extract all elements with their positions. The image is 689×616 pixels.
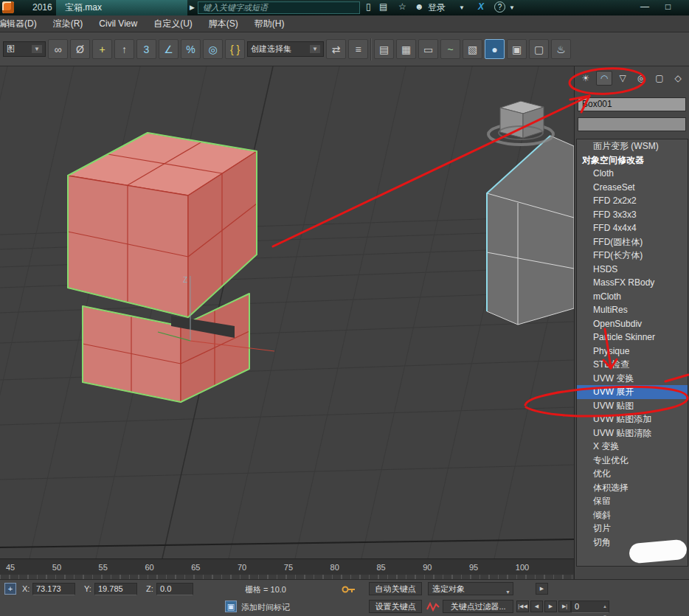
viewport[interactable]: Z (0, 66, 574, 558)
modifier-list-item-28[interactable]: 倾斜 (577, 508, 688, 522)
select-and-link-icon[interactable]: ∞ (48, 39, 68, 59)
time-tag-icon[interactable]: ▣ (225, 601, 237, 612)
menu-item-5[interactable]: 脚本(S) (201, 15, 246, 32)
chest-top-box[interactable] (68, 133, 257, 317)
modifier-list-item-5[interactable]: FFD 2x2x2 (577, 194, 688, 208)
modifier-list-item-13[interactable]: MultiRes (577, 303, 688, 317)
material-editor-icon[interactable]: ● (485, 39, 505, 59)
ribbon-toggle-icon[interactable]: ▭ (418, 39, 438, 59)
modifier-list-item-25[interactable]: 优化 (577, 467, 688, 481)
go-to-start-button[interactable]: |◀◀ (516, 601, 529, 612)
viewport-layout-combo[interactable]: 图▼ (3, 41, 46, 57)
snap-toggle-3d-icon[interactable]: 3 (136, 39, 156, 59)
previous-frame-button[interactable]: ◀ (530, 601, 543, 612)
login-chevron-icon[interactable]: ▼ (459, 4, 465, 11)
modifier-list-item-24[interactable]: 专业优化 (577, 454, 688, 468)
x-coordinate-field[interactable]: 73.173 (32, 583, 75, 595)
modifier-list-item-3[interactable]: Cloth (577, 167, 688, 181)
display-tab-icon[interactable]: ▢ (651, 71, 668, 86)
utilities-tab-icon[interactable]: ◇ (670, 71, 686, 86)
modifier-list-item-2[interactable]: 对象空间修改器 (577, 153, 688, 167)
menu-item-2[interactable]: 渲染(R) (45, 15, 91, 32)
modifier-list-item-27[interactable]: 保留 (577, 494, 688, 508)
modifier-list-item-14[interactable]: OpenSubdiv (577, 317, 688, 331)
modifier-list-item-22[interactable]: UVW 贴图清除 (577, 426, 688, 440)
app-logo-icon[interactable] (2, 1, 14, 13)
named-selection-set-combo[interactable]: 创建选择集▼ (247, 41, 324, 57)
set-key-button[interactable]: 设置关键点 (369, 600, 422, 613)
modifier-list-item-9[interactable]: FFD(长方体) (577, 249, 688, 263)
render-production-icon[interactable]: ♨ (551, 39, 571, 59)
modifier-list-item-19[interactable]: UVW 展开 (577, 385, 688, 399)
schematic-view-icon[interactable]: ▧ (463, 39, 482, 59)
communication-icon[interactable]: ▤ (379, 1, 387, 12)
modifier-list-item-20[interactable]: UVW 贴图 (577, 399, 688, 413)
modifier-list-item-1[interactable]: 面片变形 (WSM) (577, 139, 688, 153)
workspace-icon[interactable]: ▯ (366, 1, 371, 12)
modifier-list-item-15[interactable]: Particle Skinner (577, 331, 688, 345)
exchange-x-icon[interactable]: X (478, 1, 484, 12)
favorites-star-icon[interactable]: ☆ (398, 1, 406, 12)
modifier-list-item-12[interactable]: mCloth (577, 290, 688, 304)
modifier-list-item-11[interactable]: MassFX RBody (577, 276, 688, 290)
user-icon[interactable]: ☻ (415, 1, 424, 12)
menu-item-6[interactable]: 帮助(H) (246, 15, 293, 32)
selection-set-dropdown[interactable]: 选定对象 ▼ (428, 582, 513, 595)
percent-snap-icon[interactable]: % (181, 39, 201, 59)
login-label[interactable]: 登录 (428, 1, 446, 14)
next-key-button[interactable]: ▶ (536, 583, 548, 595)
wireframe-box-object[interactable] (487, 136, 574, 325)
modifier-list-item-17[interactable]: STL 检查 (577, 358, 688, 372)
modifier-list-item-8[interactable]: FFD(圆柱体) (577, 235, 688, 249)
key-filters-button[interactable]: 关键点过滤器... (443, 600, 513, 613)
current-frame-field[interactable]: 0 ▲▼ (571, 601, 609, 613)
modifier-list-item-23[interactable]: X 变换 (577, 440, 688, 454)
align-icon[interactable]: ≡ (348, 39, 368, 59)
help-chevron-icon[interactable]: ▼ (509, 4, 515, 11)
keyboard-override-icon[interactable]: { } (225, 39, 245, 59)
scene-explorer-icon[interactable]: ▤ (374, 39, 394, 59)
render-setup-icon[interactable]: ▣ (507, 39, 527, 59)
modifier-list-item-29[interactable]: 切片 (577, 522, 688, 536)
modifier-list-item-4[interactable]: CreaseSet (577, 181, 688, 195)
timeline-ruler[interactable]: 4550556065707580859095100 (0, 558, 574, 579)
modifier-list-combo[interactable] (578, 117, 686, 131)
modifier-list-item-18[interactable]: UVW 变换 (577, 372, 688, 386)
modifier-list-item-6[interactable]: FFD 3x3x3 (577, 208, 688, 222)
modifier-list-item-21[interactable]: UVW 贴图添加 (577, 412, 688, 426)
gray-box-object[interactable] (488, 101, 553, 145)
search-arrow-icon[interactable]: ▶ (190, 4, 195, 11)
select-and-move-icon[interactable]: + (92, 39, 112, 59)
go-to-end-button[interactable]: ▶| (558, 601, 571, 612)
modifier-list-item-16[interactable]: Physique (577, 345, 688, 359)
auto-key-button[interactable]: 自动关键点 (369, 582, 422, 595)
modifier-list-item-7[interactable]: FFD 4x4x4 (577, 221, 688, 235)
transform-type-in-icon[interactable]: + (4, 583, 16, 595)
hierarchy-tab-icon[interactable]: ▽ (614, 71, 631, 86)
y-coordinate-field[interactable]: 19.785 (94, 583, 137, 595)
layer-manager-icon[interactable]: ▦ (396, 39, 416, 59)
add-time-tag-label[interactable]: 添加时间标记 (241, 602, 290, 613)
object-name-field[interactable]: Box001 (578, 97, 686, 111)
create-tab-icon[interactable]: ☀ (578, 71, 594, 86)
frame-spinner[interactable]: ▲▼ (603, 601, 607, 616)
modifier-list-item-10[interactable]: HSDS (577, 263, 688, 277)
unlink-selection-icon[interactable]: Ø (70, 39, 90, 59)
select-and-place-icon[interactable]: ↑ (114, 39, 134, 59)
menu-item-1[interactable]: 编辑器(D) (0, 15, 45, 32)
play-button[interactable]: ▶ (544, 601, 557, 612)
search-input[interactable]: 键入关键字或短语 (198, 1, 360, 14)
modifier-list-item-26[interactable]: 体积选择 (577, 481, 688, 495)
curve-editor-icon[interactable]: ~ (440, 39, 460, 59)
mirror-icon[interactable]: ⇄ (326, 39, 346, 59)
angle-snap-icon[interactable]: ∠ (159, 39, 179, 59)
spinner-snap-icon[interactable]: ◎ (203, 39, 223, 59)
maximize-icon[interactable]: □ (665, 1, 671, 12)
help-icon[interactable]: ? (494, 1, 505, 13)
motion-tab-icon[interactable]: ◎ (633, 71, 649, 86)
modify-tab-icon[interactable]: ◠ (596, 71, 612, 86)
z-coordinate-field[interactable]: 0.0 (156, 583, 193, 595)
minimize-icon[interactable]: — (640, 1, 649, 12)
rendered-frame-icon[interactable]: ▢ (529, 39, 549, 59)
menu-item-3[interactable]: Civil View (91, 15, 145, 32)
